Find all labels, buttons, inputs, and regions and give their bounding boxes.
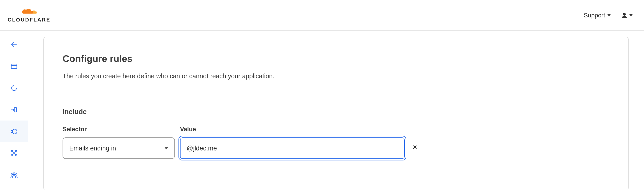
header: CLOUDFLARE Support: [0, 0, 644, 31]
pie-chart-icon: [11, 85, 17, 91]
include-section-title: Include: [63, 108, 610, 116]
header-right: Support: [584, 12, 636, 19]
value-input-wrapper: [180, 137, 405, 159]
svg-rect-4: [14, 107, 17, 112]
svg-rect-2: [11, 64, 17, 68]
cloudflare-logo-icon: [20, 8, 38, 16]
svg-point-0: [623, 13, 626, 16]
configure-rules-card: Configure rules The rules you create her…: [43, 37, 629, 190]
sidebar-item-applications[interactable]: [0, 55, 28, 77]
sidebar-item-back[interactable]: [0, 33, 28, 55]
browser-icon: [11, 63, 17, 70]
sidebar-item-team[interactable]: [0, 164, 28, 186]
card-title: Configure rules: [63, 53, 610, 64]
sidebar: [0, 31, 28, 196]
svg-point-14: [11, 173, 13, 175]
selector-value: Emails ending in: [69, 145, 164, 152]
main-content: Configure rules The rules you create her…: [28, 31, 644, 196]
remove-rule-button[interactable]: [410, 136, 420, 158]
user-icon: [621, 12, 628, 19]
close-icon: [413, 145, 417, 149]
selector-label: Selector: [63, 126, 175, 133]
value-group: Value: [180, 126, 405, 159]
sidebar-item-login[interactable]: [0, 99, 28, 121]
support-menu[interactable]: Support: [584, 12, 611, 19]
access-icon: [10, 128, 18, 135]
layout: Configure rules The rules you create her…: [0, 31, 644, 196]
user-menu[interactable]: [621, 12, 633, 19]
value-label: Value: [180, 126, 405, 133]
value-input[interactable]: [180, 137, 405, 159]
svg-point-15: [15, 173, 17, 175]
sidebar-item-gateway[interactable]: [0, 142, 28, 164]
network-icon: [10, 150, 18, 157]
svg-point-10: [15, 155, 17, 156]
logo-text: CLOUDFLARE: [8, 17, 51, 23]
selector-dropdown[interactable]: Emails ending in: [63, 137, 175, 159]
selector-group: Selector Emails ending in: [63, 126, 175, 159]
card-description: The rules you create here define who can…: [63, 72, 610, 80]
chevron-down-icon: [629, 14, 633, 16]
svg-point-9: [11, 155, 13, 156]
logo[interactable]: CLOUDFLARE: [8, 8, 51, 23]
svg-point-8: [15, 150, 17, 152]
support-label: Support: [584, 12, 605, 19]
login-icon: [11, 106, 17, 113]
include-rule-row: Selector Emails ending in Value: [63, 126, 610, 159]
sidebar-item-access[interactable]: [0, 121, 28, 142]
svg-point-7: [11, 150, 13, 152]
arrow-left-icon: [10, 40, 18, 48]
chevron-down-icon: [164, 147, 168, 149]
svg-point-13: [13, 173, 15, 175]
users-icon: [10, 171, 18, 179]
chevron-down-icon: [607, 14, 611, 16]
sidebar-item-analytics[interactable]: [0, 77, 28, 99]
